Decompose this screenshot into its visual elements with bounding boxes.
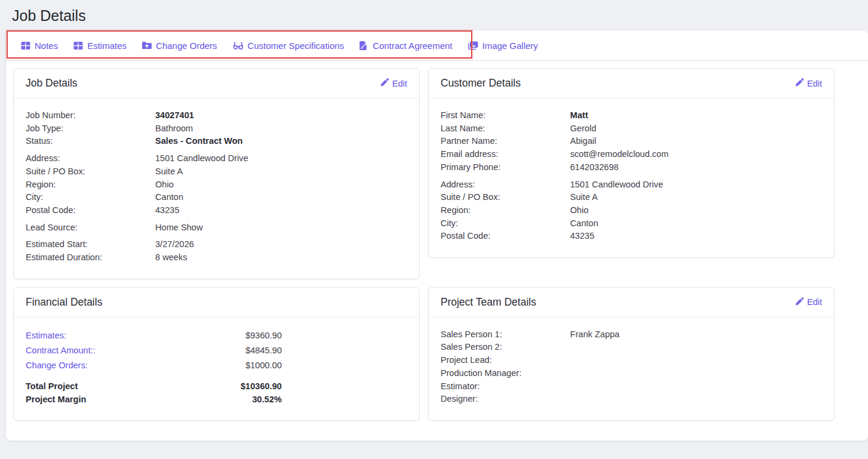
edit-label: Edit xyxy=(392,79,407,88)
detail-label: Address: xyxy=(26,152,155,165)
detail-row: Sales Person 1:Frank Zappa xyxy=(441,328,822,341)
edit-button[interactable]: Edit xyxy=(795,297,822,307)
detail-label: Production Manager: xyxy=(441,367,570,380)
detail-value xyxy=(570,341,822,354)
detail-row: Contract Amount::$4845.90 xyxy=(26,343,407,358)
card-header: Customer Details Edit xyxy=(429,69,834,98)
table-icon xyxy=(73,41,83,50)
images-icon xyxy=(468,41,478,50)
detail-row: Total Project$10360.90 xyxy=(26,380,407,393)
detail-row: Partner Name:Abigail xyxy=(441,135,822,148)
page-title: Job Details xyxy=(0,0,868,30)
toolbar-item-estimates[interactable]: Estimates xyxy=(73,41,127,51)
financial-details-card: Financial Details Estimates:$9360.90Cont… xyxy=(13,287,420,421)
detail-value xyxy=(570,380,822,393)
detail-row: Address:1501 Candlewood Drive xyxy=(26,152,407,165)
detail-value: 6142032698 xyxy=(570,161,822,174)
detail-label: Primary Phone: xyxy=(441,161,570,174)
detail-value: 43235 xyxy=(155,204,407,217)
detail-group: Estimates:$9360.90Contract Amount::$4845… xyxy=(26,328,407,373)
detail-value: Suite A xyxy=(155,165,407,178)
detail-row: Production Manager: xyxy=(441,367,822,380)
toolbar-item-change-orders[interactable]: Change Orders xyxy=(142,41,217,51)
toolbar-item-label: Change Orders xyxy=(156,41,217,51)
detail-value: Bathroom xyxy=(155,122,407,135)
detail-value: $4845.90 xyxy=(155,343,282,358)
detail-row: Postal Code:43235 xyxy=(26,204,407,217)
detail-group: Lead Source:Home Show xyxy=(26,221,407,235)
edit-button[interactable]: Edit xyxy=(380,78,407,88)
detail-row: City:Canton xyxy=(26,191,407,204)
toolbar-item-label: Notes xyxy=(35,41,58,51)
card-body: Job Number:34027401Job Type:BathroomStat… xyxy=(14,98,419,279)
card-header: Financial Details xyxy=(14,288,419,318)
detail-label: Job Type: xyxy=(26,122,155,135)
detail-label: Last Name: xyxy=(441,122,570,135)
toolbar-item-notes[interactable]: Notes xyxy=(21,41,58,51)
detail-value: Ohio xyxy=(570,204,822,217)
detail-value: Home Show xyxy=(155,221,407,235)
detail-group: Total Project$10360.90Project Margin30.5… xyxy=(26,380,407,406)
card-title: Financial Details xyxy=(26,296,102,309)
detail-group: Estimated Start:3/27/2026Estimated Durat… xyxy=(26,238,407,264)
detail-value: 30.52% xyxy=(155,393,282,406)
financial-link[interactable]: Change Orders: xyxy=(26,358,155,373)
detail-row: Estimates:$9360.90 xyxy=(26,328,407,343)
glasses-icon xyxy=(233,41,244,50)
detail-value: 3/27/2026 xyxy=(155,238,407,251)
detail-row: Estimated Start:3/27/2026 xyxy=(26,238,407,251)
pencil-icon xyxy=(795,78,804,88)
detail-row: Primary Phone:6142032698 xyxy=(441,161,822,174)
detail-group: Job Number:34027401Job Type:BathroomStat… xyxy=(26,109,407,148)
detail-row: Project Margin30.52% xyxy=(26,393,407,406)
detail-label: Postal Code: xyxy=(441,230,570,243)
detail-value: 1501 Candlewood Drive xyxy=(155,152,407,165)
financial-link[interactable]: Contract Amount:: xyxy=(26,343,155,358)
card-title: Job Details xyxy=(26,77,78,90)
detail-row: Last Name:Gerold xyxy=(441,122,822,135)
detail-label: Lead Source: xyxy=(26,221,155,235)
pencil-icon xyxy=(795,297,804,307)
detail-value: Frank Zappa xyxy=(570,328,822,341)
card-header: Project Team Details Edit xyxy=(429,288,834,318)
detail-label: Estimator: xyxy=(441,380,570,393)
detail-row: Region:Ohio xyxy=(26,178,407,192)
detail-row: Suite / PO Box:Suite A xyxy=(441,191,822,204)
detail-value: Canton xyxy=(570,217,822,230)
detail-value: Ohio xyxy=(155,178,407,192)
detail-label: Sales Person 2: xyxy=(441,341,570,354)
detail-group: Address:1501 Candlewood DriveSuite / PO … xyxy=(441,178,822,244)
detail-row: Project Lead: xyxy=(441,354,822,367)
detail-value: 1501 Candlewood Drive xyxy=(570,178,822,192)
detail-label: Postal Code: xyxy=(26,204,155,217)
detail-value xyxy=(570,354,822,367)
detail-row: Lead Source:Home Show xyxy=(26,221,407,235)
detail-label: City: xyxy=(26,191,155,204)
pencil-icon xyxy=(380,78,389,88)
detail-label: Suite / PO Box: xyxy=(26,165,155,178)
detail-row: Estimated Duration:8 weeks xyxy=(26,251,407,264)
detail-label: Partner Name: xyxy=(441,135,570,148)
detail-value: $1000.00 xyxy=(155,358,282,373)
edit-button[interactable]: Edit xyxy=(795,78,822,88)
detail-group: Address:1501 Candlewood DriveSuite / PO … xyxy=(26,152,407,217)
detail-label: Sales Person 1: xyxy=(441,328,570,341)
detail-value: Abigail xyxy=(570,135,822,148)
toolbar-item-contract-agreement[interactable]: Contract Agreement xyxy=(359,41,452,51)
detail-label: Region: xyxy=(441,204,570,217)
detail-row: Designer: xyxy=(441,393,822,406)
card-title: Project Team Details xyxy=(441,296,536,309)
card-body: First Name:MattLast Name:GeroldPartner N… xyxy=(429,98,834,257)
toolbar-item-customer-specifications[interactable]: Customer Specifications xyxy=(233,41,344,51)
customer-details-card: Customer Details Edit First Name:MattLas… xyxy=(428,68,835,258)
toolbar-item-image-gallery[interactable]: Image Gallery xyxy=(468,41,538,51)
detail-value: 34027401 xyxy=(155,109,407,122)
detail-label: Region: xyxy=(26,178,155,192)
detail-label: Job Number: xyxy=(26,109,155,122)
financial-link[interactable]: Estimates: xyxy=(26,328,155,343)
detail-row: Postal Code:43235 xyxy=(441,230,822,243)
detail-label: Suite / PO Box: xyxy=(441,191,570,204)
content-panel: Notes Estimates Change Orders Customer S… xyxy=(6,30,868,440)
toolbar-item-label: Customer Specifications xyxy=(248,41,344,51)
detail-row: Status:Sales - Contract Won xyxy=(26,135,407,148)
